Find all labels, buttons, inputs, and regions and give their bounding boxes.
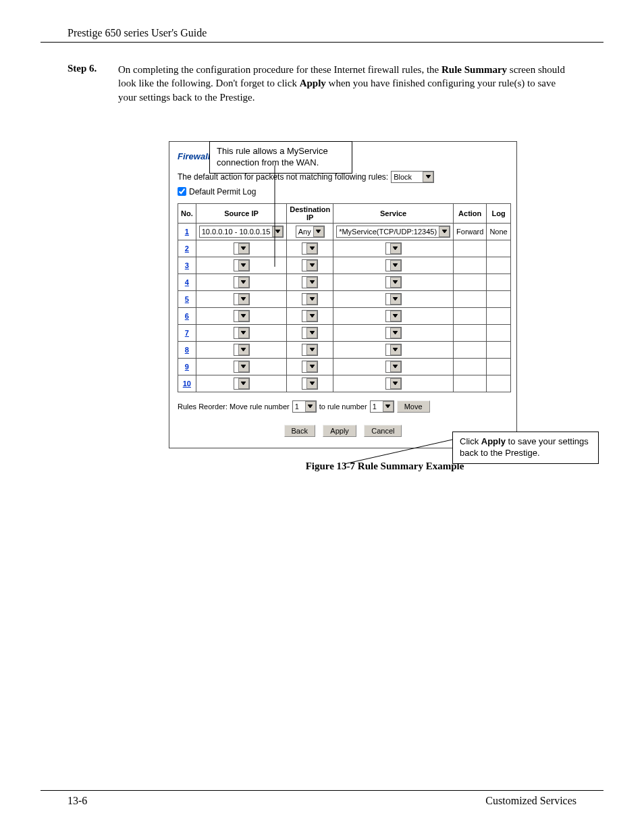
source-ip-select[interactable] xyxy=(234,344,250,356)
reorder-label2: to rule number xyxy=(319,402,367,411)
action-cell xyxy=(454,240,487,257)
dest-ip-select[interactable] xyxy=(302,327,318,339)
source-ip-select[interactable] xyxy=(234,259,250,271)
table-row: 9 xyxy=(178,358,511,375)
reorder-row: Rules Reorder: Move rule number 1 to rul… xyxy=(178,400,508,413)
permit-log-label: Default Permit Log xyxy=(189,187,256,197)
dest-ip-select[interactable] xyxy=(302,293,318,305)
col-no: No. xyxy=(178,203,196,223)
service-select[interactable] xyxy=(385,293,402,305)
source-ip-select[interactable] xyxy=(234,310,250,322)
source-ip-select[interactable] xyxy=(234,242,250,255)
dest-ip-select[interactable] xyxy=(302,310,318,322)
log-cell xyxy=(487,358,510,375)
callout-top: This rule allows a MyService connection … xyxy=(209,141,352,174)
chevron-down-icon xyxy=(306,328,317,338)
rule-number-link[interactable]: 8 xyxy=(185,346,189,354)
table-header-row: No. Source IP Destination IP Service Act… xyxy=(178,203,511,223)
service-select[interactable] xyxy=(385,259,402,271)
log-cell: None xyxy=(487,223,510,240)
permit-log-row: Default Permit Log xyxy=(178,187,508,197)
rule-number-link[interactable]: 9 xyxy=(185,363,189,371)
figure: This rule allows a MyService connection … xyxy=(169,141,601,472)
source-ip-select[interactable]: 10.0.0.10 - 10.0.0.15 xyxy=(199,226,284,238)
rule-number-link[interactable]: 2 xyxy=(185,244,189,253)
action-cell xyxy=(454,324,487,341)
chevron-down-icon xyxy=(238,260,249,271)
chevron-down-icon xyxy=(272,226,283,237)
rule-number-link[interactable]: 7 xyxy=(185,329,189,337)
chevron-down-icon xyxy=(306,243,317,254)
reorder-from-select[interactable]: 1 xyxy=(292,400,317,413)
page-header: Prestige 650 series User's Guide xyxy=(41,27,603,43)
action-cell xyxy=(454,307,487,324)
service-select[interactable] xyxy=(385,242,402,255)
action-cell xyxy=(454,341,487,358)
log-cell xyxy=(487,290,510,307)
chevron-down-icon xyxy=(238,243,249,254)
apply-button[interactable]: Apply xyxy=(323,425,356,437)
cancel-button[interactable]: Cancel xyxy=(364,425,402,437)
rule-number-link[interactable]: 5 xyxy=(185,295,189,303)
chevron-down-icon xyxy=(390,277,401,288)
move-button[interactable]: Move xyxy=(397,400,430,413)
dest-ip-select[interactable] xyxy=(302,242,318,255)
table-row: 5 xyxy=(178,290,511,307)
permit-log-checkbox[interactable] xyxy=(178,187,186,196)
table-row: 10 xyxy=(178,375,511,392)
chevron-down-icon xyxy=(390,311,401,321)
dest-ip-select[interactable] xyxy=(302,276,318,288)
dest-ip-select[interactable] xyxy=(302,377,318,390)
table-row: 3 xyxy=(178,257,511,273)
action-cell xyxy=(454,257,487,273)
dest-ip-select[interactable] xyxy=(302,344,318,356)
dest-ip-select[interactable] xyxy=(302,361,318,373)
rule-number-link[interactable]: 4 xyxy=(185,278,189,286)
rule-number-link[interactable]: 1 xyxy=(185,228,189,236)
service-select[interactable] xyxy=(385,276,402,288)
rules-table: No. Source IP Destination IP Service Act… xyxy=(178,203,511,392)
service-select[interactable] xyxy=(385,327,402,339)
chevron-down-icon xyxy=(390,361,401,372)
step-block: Step 6. On completing the configuration … xyxy=(68,63,576,104)
source-ip-select[interactable] xyxy=(234,276,250,288)
chevron-down-icon xyxy=(423,172,433,182)
service-select[interactable] xyxy=(385,310,402,322)
service-select[interactable] xyxy=(385,377,402,390)
chevron-down-icon xyxy=(390,328,401,338)
service-select[interactable]: *MyService(TCP/UDP:12345) xyxy=(336,226,450,238)
chevron-down-icon xyxy=(306,344,317,355)
table-row: 4 xyxy=(178,273,511,290)
chevron-down-icon xyxy=(238,344,249,355)
service-select[interactable] xyxy=(385,361,402,373)
rule-number-link[interactable]: 6 xyxy=(185,312,189,320)
action-cell xyxy=(454,273,487,290)
log-cell xyxy=(487,257,510,273)
log-cell xyxy=(487,240,510,257)
col-log: Log xyxy=(487,203,510,223)
rule-summary-panel: Firewall - WAN to LAN - Rule Summary The… xyxy=(169,141,517,448)
log-cell xyxy=(487,273,510,290)
chevron-down-icon xyxy=(306,361,317,372)
chevron-down-icon xyxy=(306,311,317,321)
source-ip-select[interactable] xyxy=(234,293,250,305)
chevron-down-icon xyxy=(390,260,401,271)
log-cell xyxy=(487,324,510,341)
reorder-to-select[interactable]: 1 xyxy=(370,400,394,413)
source-ip-select[interactable] xyxy=(234,327,250,339)
callout-right: Click Apply to save your settings back t… xyxy=(452,432,599,464)
chevron-down-icon xyxy=(390,294,401,305)
log-cell xyxy=(487,375,510,392)
source-ip-select[interactable] xyxy=(234,377,250,390)
service-select[interactable] xyxy=(385,344,402,356)
dest-ip-select[interactable]: Any xyxy=(296,226,325,238)
rule-number-link[interactable]: 3 xyxy=(185,261,189,269)
dest-ip-select[interactable] xyxy=(302,259,318,271)
chevron-down-icon xyxy=(238,328,249,338)
reorder-label1: Rules Reorder: Move rule number xyxy=(178,402,290,411)
back-button[interactable]: Back xyxy=(284,425,315,437)
rule-number-link[interactable]: 10 xyxy=(183,380,191,388)
source-ip-select[interactable] xyxy=(234,361,250,373)
default-action-select[interactable]: Block xyxy=(391,171,434,183)
chevron-down-icon xyxy=(306,277,317,288)
